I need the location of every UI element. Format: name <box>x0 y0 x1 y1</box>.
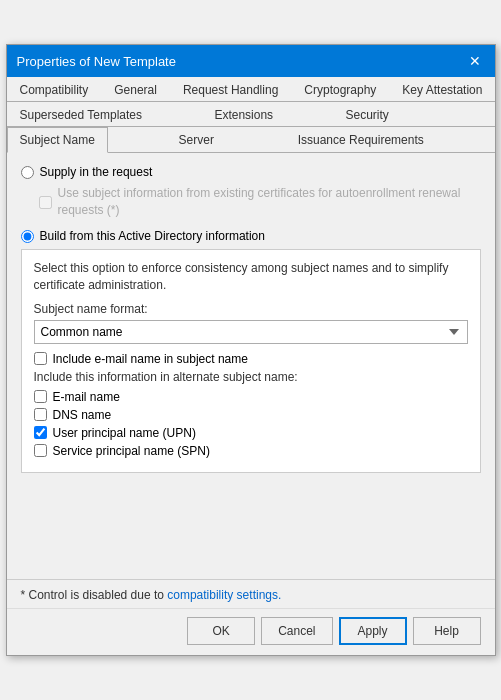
subject-name-format-select[interactable]: Common name None E-mail name DNS name UP… <box>34 320 468 344</box>
tab-extensions[interactable]: Extensions <box>201 102 286 127</box>
radio-supply-group: Supply in the request <box>21 165 481 179</box>
radio-build[interactable] <box>21 230 34 243</box>
tab-security[interactable]: Security <box>332 102 401 127</box>
spacer <box>21 483 481 563</box>
tab-content: Supply in the request Use subject inform… <box>7 153 495 574</box>
radio-build-label[interactable]: Build from this Active Directory informa… <box>40 229 265 243</box>
close-button[interactable]: ✕ <box>465 51 485 71</box>
alt-dns-item: DNS name <box>34 408 468 422</box>
alt-dns-label[interactable]: DNS name <box>53 408 112 422</box>
include-alternate-label: Include this information in alternate su… <box>34 370 468 384</box>
footer-note: * Control is disabled due to compatibili… <box>7 579 495 608</box>
tab-request-handling[interactable]: Request Handling <box>170 77 291 102</box>
alt-email-item: E-mail name <box>34 390 468 404</box>
include-email-label[interactable]: Include e-mail name in subject name <box>53 352 248 366</box>
disabled-checkbox-section: Use subject information from existing ce… <box>39 185 481 219</box>
alt-email-checkbox[interactable] <box>34 390 47 403</box>
properties-dialog: Properties of New Template ✕ Compatibili… <box>6 44 496 655</box>
alt-dns-checkbox[interactable] <box>34 408 47 421</box>
autoenrollment-label: Use subject information from existing ce… <box>58 185 481 219</box>
alt-spn-checkbox[interactable] <box>34 444 47 457</box>
dialog-title: Properties of New Template <box>17 54 176 69</box>
include-email-item: Include e-mail name in subject name <box>34 352 468 366</box>
disabled-checkbox-item: Use subject information from existing ce… <box>39 185 481 219</box>
alt-upn-label[interactable]: User principal name (UPN) <box>53 426 196 440</box>
radio-build-group: Build from this Active Directory informa… <box>21 229 481 243</box>
radio-supply[interactable] <box>21 166 34 179</box>
cancel-button[interactable]: Cancel <box>261 617 332 645</box>
help-button[interactable]: Help <box>413 617 481 645</box>
tab-server[interactable]: Server <box>166 127 227 153</box>
tab-cryptography[interactable]: Cryptography <box>291 77 389 102</box>
tab-compatibility[interactable]: Compatibility <box>7 77 102 102</box>
alt-email-label[interactable]: E-mail name <box>53 390 120 404</box>
tabs-row3: Subject Name Server Issuance Requirement… <box>7 127 495 153</box>
alt-upn-item: User principal name (UPN) <box>34 426 468 440</box>
compatibility-settings-link[interactable]: compatibility settings. <box>167 588 281 602</box>
ok-button[interactable]: OK <box>187 617 255 645</box>
tabs-row2: Superseded Templates Extensions Security <box>7 102 495 127</box>
include-email-checkbox[interactable] <box>34 352 47 365</box>
button-row: OK Cancel Apply Help <box>7 608 495 655</box>
tab-general[interactable]: General <box>101 77 170 102</box>
subject-format-label: Subject name format: <box>34 302 468 316</box>
alt-spn-item: Service principal name (SPN) <box>34 444 468 458</box>
footer-text: * Control is disabled due to <box>21 588 168 602</box>
radio-supply-label[interactable]: Supply in the request <box>40 165 153 179</box>
section-description: Select this option to enforce consistenc… <box>34 260 468 294</box>
alt-spn-label[interactable]: Service principal name (SPN) <box>53 444 210 458</box>
tab-key-attestation[interactable]: Key Attestation <box>389 77 495 102</box>
active-directory-section: Select this option to enforce consistenc… <box>21 249 481 473</box>
tab-issuance-requirements[interactable]: Issuance Requirements <box>285 127 437 153</box>
tabs-row1: Compatibility General Request Handling C… <box>7 77 495 102</box>
tab-superseded-templates[interactable]: Superseded Templates <box>7 102 156 127</box>
alt-upn-checkbox[interactable] <box>34 426 47 439</box>
autoenrollment-checkbox[interactable] <box>39 196 52 209</box>
tab-subject-name[interactable]: Subject Name <box>7 127 108 153</box>
title-bar: Properties of New Template ✕ <box>7 45 495 77</box>
apply-button[interactable]: Apply <box>339 617 407 645</box>
